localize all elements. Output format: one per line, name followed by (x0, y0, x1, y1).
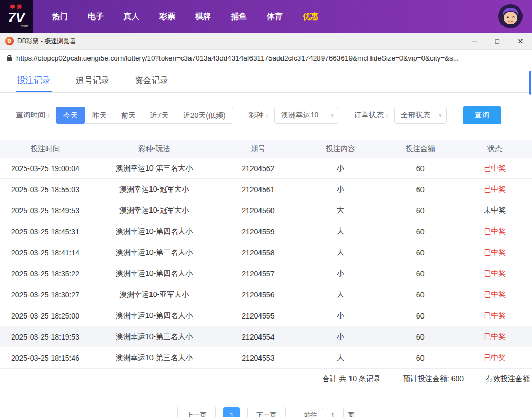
next-page-button[interactable]: 下一页 (247, 406, 286, 417)
cell-issue: 21204562 (218, 164, 298, 173)
time-option-20days[interactable]: 近20天(低频) (176, 107, 233, 124)
cell-status: 已中奖 (457, 185, 532, 194)
chevron-down-icon: ▾ (439, 112, 442, 119)
cell-game: 澳洲幸运10-第三名大小 (91, 332, 218, 342)
cell-time: 2025-03-25 18:30:27 (0, 291, 91, 299)
url-bar[interactable]: https://ctopcp02pcali.uengi5e.com/lotter… (0, 50, 532, 66)
url-text[interactable]: https://ctopcp02pcali.uengi5e.com/lotter… (16, 54, 459, 62)
cell-time: 2025-03-25 18:15:46 (0, 354, 91, 362)
prev-page-button[interactable]: 上一页 (177, 406, 216, 417)
cell-issue: 21204556 (218, 291, 298, 299)
search-button[interactable]: 查询 (463, 106, 501, 124)
cell-amount: 60 (383, 270, 458, 278)
nav-item-hot[interactable]: 热门 (42, 12, 78, 22)
time-filter-group: 今天 昨天 前天 近7天 近20天(低频) (56, 107, 233, 124)
status-filter-label: 订单状态： (354, 111, 391, 120)
scrollbar-thumb[interactable] (529, 71, 531, 95)
header-cell-content: 投注内容 (298, 144, 383, 154)
order-status-select[interactable]: 全部状态 ▾ (394, 107, 447, 124)
brand-top-text: 申博 (10, 5, 23, 10)
avatar-image (498, 4, 523, 28)
cell-status: 已中奖 (457, 164, 532, 173)
nav-item-cards[interactable]: 棋牌 (185, 12, 221, 22)
cell-issue: 21204555 (218, 312, 298, 320)
cell-issue: 21204557 (218, 270, 298, 278)
cell-game: 澳洲幸运10-冠军大小 (91, 185, 218, 194)
cell-amount: 60 (383, 249, 458, 257)
cell-content: 大 (298, 227, 383, 236)
cell-issue: 21204561 (218, 185, 298, 194)
summary-bar: 合计 共 10 条记录 预计投注金额: 600 有效投注金额 (0, 369, 532, 390)
brand-sub-text: .com (19, 24, 28, 28)
cell-content: 大 (298, 206, 383, 215)
header-cell-time: 投注时间 (0, 144, 91, 154)
summary-total: 合计 共 10 条记录 (323, 374, 381, 384)
pagination: 上一页 1 下一页 前往 页 (0, 406, 532, 417)
cell-content: 小 (298, 332, 383, 342)
table-body: 2025-03-25 19:00:04 澳洲幸运10-第三名大小 2120456… (0, 158, 532, 369)
chevron-down-icon: ▾ (330, 112, 334, 119)
nav-item-fishing[interactable]: 捕鱼 (221, 12, 257, 22)
cell-game: 澳洲幸运10-冠军大小 (91, 206, 218, 215)
cell-amount: 60 (383, 291, 458, 299)
window-titlebar: D DB彩票 - 极速浏览器 ─ □ ✕ (0, 33, 532, 50)
cell-amount: 60 (383, 185, 458, 194)
tab-chase-records[interactable]: 追号记录 (75, 71, 111, 92)
cell-content: 大 (298, 290, 383, 300)
table-row: 2025-03-25 18:41:14 澳洲幸运10-第三名大小 2120455… (0, 242, 532, 263)
cell-amount: 60 (383, 354, 458, 362)
brand-logo[interactable]: 申博 7V .com (0, 0, 33, 33)
record-tabs: 投注记录 追号记录 资金记录 (0, 71, 532, 93)
table-row: 2025-03-25 18:55:03 澳洲幸运10-冠军大小 21204561… (0, 179, 532, 200)
header-cell-amount: 投注金额 (383, 144, 458, 154)
page-number-active[interactable]: 1 (223, 407, 240, 417)
lottery-select[interactable]: 澳洲幸运10 ▾ (274, 107, 338, 124)
nav-item-promo[interactable]: 优惠 (293, 12, 328, 22)
table-row: 2025-03-25 18:30:27 澳洲幸运10-亚军大小 21204556… (0, 284, 532, 305)
cell-game: 澳洲幸运10-亚军大小 (91, 290, 218, 300)
minimize-button[interactable]: ─ (463, 33, 486, 49)
cell-time: 2025-03-25 18:41:14 (0, 249, 91, 257)
nav-item-slots[interactable]: 电子 (78, 12, 114, 22)
window-controls: ─ □ ✕ (463, 33, 532, 49)
time-option-daybefore[interactable]: 前天 (114, 107, 143, 124)
time-option-today[interactable]: 今天 (56, 107, 85, 124)
main-menu: 热门 电子 真人 彩票 棋牌 捕鱼 体育 优惠 (42, 12, 328, 22)
cell-status: 已中奖 (457, 248, 532, 257)
cell-content: 小 (298, 164, 383, 173)
maximize-button[interactable]: □ (486, 33, 509, 49)
tab-bet-records[interactable]: 投注记录 (16, 71, 52, 92)
table-row: 2025-03-25 18:25:00 澳洲幸运10-第四名大小 2120455… (0, 305, 532, 326)
close-button[interactable]: ✕ (509, 33, 532, 49)
cell-game: 澳洲幸运10-第三名大小 (91, 353, 218, 363)
cell-time: 2025-03-25 18:25:00 (0, 312, 91, 320)
lock-icon (6, 55, 12, 62)
time-option-yesterday[interactable]: 昨天 (85, 107, 114, 124)
cell-status: 已中奖 (457, 227, 532, 236)
cell-game: 澳洲幸运10-第四名大小 (91, 227, 218, 236)
goto-unit: 页 (348, 411, 355, 417)
header-cell-issue: 期号 (218, 144, 298, 154)
filter-bar: 查询时间： 今天 昨天 前天 近7天 近20天(低频) 彩种： 澳洲幸运10 ▾… (16, 106, 532, 124)
goto-page-input[interactable] (322, 408, 344, 417)
cell-time: 2025-03-25 18:35:22 (0, 270, 91, 278)
cell-content: 小 (298, 185, 383, 194)
time-option-7days[interactable]: 近7天 (143, 107, 176, 124)
nav-item-live[interactable]: 真人 (114, 12, 149, 22)
cell-time: 2025-03-25 18:45:31 (0, 227, 91, 236)
cell-content: 小 (298, 311, 383, 321)
nav-item-sports[interactable]: 体育 (257, 12, 293, 22)
app-icon: D (5, 37, 14, 45)
nav-item-lottery[interactable]: 彩票 (149, 12, 185, 22)
table-header-row: 投注时间 彩种-玩法 期号 投注内容 投注金额 状态 (0, 140, 532, 158)
cell-status: 未中奖 (457, 206, 532, 215)
cell-game: 澳洲幸运10-第三名大小 (91, 164, 218, 173)
summary-valid-amount: 有效投注金额 (486, 374, 530, 384)
summary-expected-amount: 预计投注金额: 600 (403, 374, 464, 384)
order-status-value: 全部状态 (401, 111, 430, 120)
cell-time: 2025-03-25 18:19:53 (0, 333, 91, 341)
tab-fund-records[interactable]: 资金记录 (134, 71, 169, 92)
table-row: 2025-03-25 19:00:04 澳洲幸运10-第三名大小 2120456… (0, 158, 532, 179)
cell-time: 2025-03-25 19:00:04 (0, 164, 91, 173)
avatar[interactable] (498, 4, 523, 28)
